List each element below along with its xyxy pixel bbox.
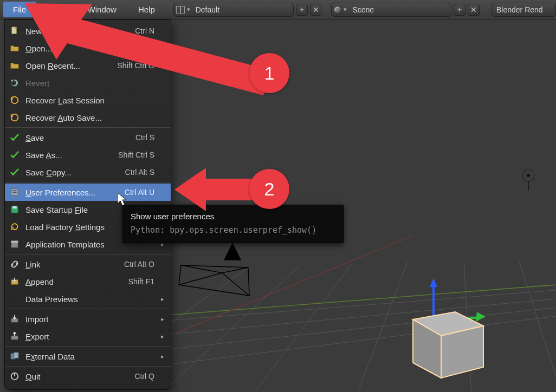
layout-icon [176,6,185,14]
submenu-arrow-icon: ▸ [160,333,165,340]
check-icon [9,132,20,143]
menu-item-link[interactable]: LinkCtrl Alt O [5,256,171,273]
submenu-arrow-icon: ▸ [160,316,165,323]
svg-rect-41 [11,241,18,243]
menu-item-external-data[interactable]: External Data▸ [5,348,171,365]
layout-label: Default [193,5,290,14]
menu-item-shortcut: Shift Ctrl S [118,151,154,159]
tooltip-title: Show user preferences [131,212,335,221]
menu-item-label: Save Copy... [25,168,120,177]
svg-rect-39 [12,206,16,209]
submenu-arrow-icon: ▸ [160,353,165,360]
menu-item-shortcut: Ctrl O [134,44,154,53]
layout-add-button[interactable]: ＋ [296,4,308,16]
check-icon [9,149,20,160]
menu-item-shortcut: Shift F1 [128,277,154,286]
menu-item-label: Save Startup File [25,205,130,214]
blank-icon [9,293,20,304]
menu-item-label: Recover Auto Save... [25,113,149,122]
menu-item-shortcut: Ctrl Alt O [124,260,154,269]
menu-item-shortcut: Ctrl S [135,133,154,142]
menu-item-label: Link [25,260,119,269]
screen-layout-dropdown[interactable]: ▾ Default [173,3,294,17]
tooltip-python: Python: bpy.ops.screen.userpref_show() [131,225,335,235]
annotation-badge-2-text: 2 [264,179,275,200]
append-icon [9,276,20,287]
top-menu-bar: File Window Help ▾ Default ＋ ✕ ▾ Scene ＋… [0,0,556,19]
default-cube[interactable] [403,296,490,382]
template-icon [9,239,20,250]
menu-item-save-as[interactable]: Save As...Shift Ctrl S [5,146,171,164]
menu-item-quit[interactable]: QuitCtrl Q [5,368,171,385]
svg-rect-44 [11,336,18,339]
menu-item-recover-last[interactable]: Recover Last Session [5,92,171,109]
menu-window[interactable]: Window [78,2,126,17]
annotation-badge-2: 2 [249,169,289,209]
lamp-icon [522,169,534,191]
prefs-icon [9,187,20,198]
scene-add-button[interactable]: ＋ [454,4,466,16]
scene-icon [334,6,341,14]
menu-item-label: Append [25,277,123,286]
recover-icon [9,112,20,123]
external-icon [9,351,20,362]
menu-item-user-prefs[interactable]: User Preferences...Ctrl Alt U [5,184,171,201]
svg-rect-37 [12,192,16,193]
menu-item-open[interactable]: Open...Ctrl O [5,40,171,57]
menu-item-label: Export [25,332,149,341]
menu-item-label: User Preferences... [25,188,119,197]
menu-item-label: New [25,27,130,36]
menu-item-recover-auto[interactable]: Recover Auto Save... [5,109,171,126]
submenu-arrow-icon: ▸ [160,296,165,303]
svg-rect-46 [14,352,18,358]
layout-delete-button[interactable]: ✕ [310,4,322,16]
save-startup-icon [9,204,20,215]
menu-item-new[interactable]: NewCtrl N [5,22,171,40]
menu-item-save[interactable]: SaveCtrl S [5,129,171,146]
annotation-badge-1-text: 1 [264,63,275,84]
menu-item-import[interactable]: Import▸ [5,310,171,328]
submenu-arrow-icon: ▸ [160,62,165,69]
revert-icon [9,77,20,88]
menu-item-label: Quit [25,372,129,381]
menu-item-append[interactable]: AppendShift F1 [5,273,171,290]
svg-marker-17 [224,244,241,260]
engine-label: Blender Rend [494,5,552,14]
menu-item-label: Revert [25,79,149,88]
annotation-badge-1: 1 [249,53,289,93]
menu-item-shortcut: Ctrl Q [134,372,154,381]
menu-item-shortcut: Shift Ctrl O [118,61,154,70]
render-engine-dropdown[interactable]: Blender Rend [492,3,556,17]
quit-icon [9,371,20,382]
tooltip: Show user preferences Python: bpy.ops.sc… [122,205,344,243]
menu-item-label: Save As... [25,151,113,160]
menu-item-revert: Revert [5,74,171,92]
scene-dropdown[interactable]: ▾ Scene [331,3,451,17]
svg-line-6 [255,263,352,392]
import-icon [9,313,20,324]
menu-item-label: Save [25,133,130,142]
menu-item-export[interactable]: Export▸ [5,328,171,345]
svg-rect-32 [12,27,17,34]
menu-item-shortcut: Ctrl Alt U [125,188,154,197]
scene-label: Scene [350,5,448,14]
menu-item-open-recent[interactable]: Open Recent...Shift Ctrl O▸ [5,57,171,74]
svg-marker-31 [441,326,483,378]
svg-line-13 [179,273,222,285]
menu-item-shortcut: Ctrl N [135,27,154,35]
menu-item-save-copy[interactable]: Save Copy...Ctrl Alt S [5,164,171,181]
svg-line-9 [519,261,556,377]
svg-point-19 [527,174,530,177]
folder-open-icon [9,60,20,71]
menu-item-label: Import [25,315,149,324]
menu-item-shortcut: Ctrl Alt S [125,168,154,177]
menu-item-label: Open Recent... [25,61,112,70]
menu-item-data-previews[interactable]: Data Previews▸ [5,290,171,308]
menu-item-label: Open... [25,44,129,53]
recover-icon [9,95,20,106]
link-icon [9,259,20,270]
menu-help[interactable]: Help [128,2,165,17]
menu-file[interactable]: File [3,2,36,17]
chevron-down-icon: ▾ [187,6,190,13]
scene-delete-button[interactable]: ✕ [468,4,480,16]
